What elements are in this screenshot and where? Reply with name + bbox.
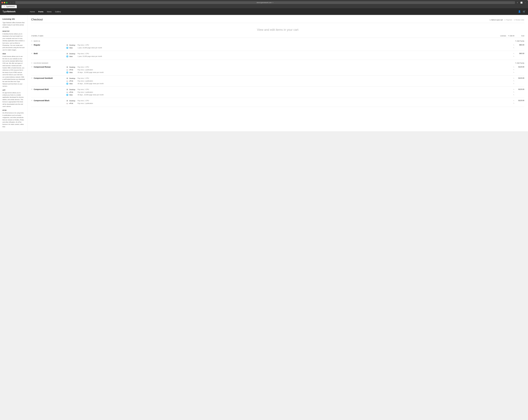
sidebar-section-web-body: A web license allows you to use the font… bbox=[2, 55, 25, 87]
license-desktop-details: Pay once, 1 CPU bbox=[78, 89, 512, 90]
font-compressed-bold-remove[interactable]: ✕ bbox=[31, 88, 33, 90]
license-web-type: Web bbox=[69, 47, 77, 49]
license-epub-details: Pay once, 1 publication bbox=[78, 91, 512, 93]
step-1[interactable]: 1. Items in your cart bbox=[490, 19, 503, 21]
divider bbox=[31, 86, 524, 87]
license-epub-type: ePub bbox=[69, 102, 77, 104]
sidebar-section-epub-body: An ePub license is for using fonts in pu… bbox=[2, 112, 25, 128]
family-marcia-remove[interactable]: ✕ bbox=[31, 40, 33, 42]
user-icon[interactable]: 👤 bbox=[518, 10, 521, 13]
license-desktop-type: Desktop bbox=[69, 100, 77, 102]
step-3[interactable]: 3. Review order bbox=[514, 19, 524, 21]
license-epub-edit[interactable]: ✎ bbox=[513, 103, 514, 104]
main-container: Licensing 101 Type Network offers licens… bbox=[0, 15, 528, 131]
cart-icon[interactable]: 🛒 bbox=[523, 10, 526, 13]
license-epub-edit[interactable]: ✎ bbox=[513, 80, 514, 82]
family-escrow: ✕ ESCROW BANNER ✎ Edit Family ✕ Compress… bbox=[31, 60, 524, 107]
license-desktop-edit[interactable]: ✎ bbox=[513, 66, 514, 68]
step-2[interactable]: 2. Payment bbox=[504, 19, 512, 21]
address-bar[interactable]: store.typenetwork.com ↻ bbox=[15, 1, 515, 4]
license-desktop-edit[interactable]: ✎ bbox=[513, 78, 514, 79]
dot-green[interactable] bbox=[6, 2, 7, 3]
license-desktop-edit[interactable]: ✎ bbox=[513, 100, 514, 102]
license-desktop-details: Pay once, 1 CPU bbox=[78, 66, 512, 68]
license-web-edit[interactable]: ✎ bbox=[513, 47, 514, 49]
license-desktop-details: Pay once, 1 CPU bbox=[78, 77, 512, 79]
divider bbox=[31, 75, 524, 75]
font-compressed-semibold-cost: $120.00 bbox=[514, 77, 524, 79]
forward-button[interactable]: › bbox=[12, 1, 14, 4]
nav-home[interactable]: Home bbox=[30, 11, 35, 13]
family-escrow-edit[interactable]: ✎ Edit Family bbox=[515, 62, 524, 64]
licenses-label: Licenses bbox=[500, 35, 506, 37]
license-desktop-edit[interactable]: ✎ bbox=[513, 89, 514, 90]
cart-summary: 2 families, 6 styles bbox=[31, 35, 500, 37]
license-row: 🌐 Web 30 days , 10,000 page views per mo… bbox=[66, 71, 514, 74]
nav-fonts[interactable]: Fonts bbox=[38, 11, 43, 13]
family-escrow-name: ESCROW BANNER bbox=[34, 62, 515, 64]
font-compressed-black-cost: $120.00 bbox=[514, 99, 524, 101]
font-compressed-bold-cost: $120.00 bbox=[514, 88, 524, 90]
font-regular-licenses: 🖥 Desktop Pay once, 1 CPU ✎ 🌐 Web 1 year… bbox=[66, 44, 514, 49]
license-row: 🌐 Web 1 year, 10,000 page views per mont… bbox=[66, 47, 514, 49]
font-row-compressed-bold: ✕ Compressed Bold 🖥 Desktop Pay once, 1 … bbox=[31, 87, 524, 97]
license-epub-edit[interactable]: ✎ bbox=[513, 91, 514, 93]
license-row: 🌐 Web 30 days , 10,000 page views per mo… bbox=[66, 94, 514, 96]
license-web-edit[interactable]: ✎ bbox=[513, 94, 514, 96]
dot-yellow[interactable] bbox=[4, 2, 5, 3]
family-marcia-edit[interactable]: ✎ Edit Family bbox=[515, 40, 524, 42]
nav-news[interactable]: News bbox=[47, 11, 52, 13]
family-marcia-header: ✕ MARCIA ✎ Edit Family bbox=[31, 38, 524, 43]
font-compressed-semibold-remove[interactable]: ✕ bbox=[31, 77, 33, 79]
license-desktop-edit[interactable]: ✎ bbox=[513, 44, 514, 46]
edit-all-label: Edit All bbox=[510, 35, 514, 37]
sidebar: Licensing 101 Type Network offers licens… bbox=[0, 15, 27, 131]
family-escrow-header: ✕ ESCROW BANNER ✎ Edit Family bbox=[31, 60, 524, 65]
site-logo: TypeNetwork bbox=[2, 10, 30, 13]
checkout-header: Checkout 1. Items in your cart 2. Paymen… bbox=[31, 18, 524, 23]
font-compressed-roman-remove[interactable]: ✕ bbox=[31, 66, 33, 68]
epub-icon: 📖 bbox=[66, 91, 68, 93]
license-row: 🌐 Web 30 days , 10,000 page views per mo… bbox=[66, 82, 514, 85]
license-row: 📖 ePub Pay once, 1 publication ✎ bbox=[66, 91, 514, 94]
license-epub-type: ePub bbox=[69, 80, 77, 82]
license-web-edit[interactable]: ✎ bbox=[513, 72, 514, 73]
web-icon: 🌐 bbox=[66, 47, 68, 49]
license-desktop-type: Desktop bbox=[69, 77, 77, 79]
site-header: TypeNetwork Home Fonts News Gallery 👤 🛒 bbox=[0, 8, 528, 15]
content-area: Checkout 1. Items in your cart 2. Paymen… bbox=[27, 15, 528, 131]
dot-red[interactable] bbox=[1, 2, 3, 3]
back-button[interactable]: ‹ bbox=[10, 1, 12, 4]
license-desktop-details: Pay once, 1 CPU bbox=[78, 44, 512, 46]
font-bold-name: Bold bbox=[34, 52, 66, 55]
font-compressed-semibold-licenses: 🖥 Desktop Pay once, 1 CPU ✎ 📖 ePub Pay o… bbox=[66, 77, 514, 85]
license-web-edit[interactable]: ✎ bbox=[513, 83, 514, 84]
nav-gallery[interactable]: Gallery bbox=[55, 11, 61, 13]
license-epub-edit[interactable]: ✎ bbox=[513, 69, 514, 71]
family-escrow-remove[interactable]: ✕ bbox=[31, 62, 33, 64]
add-tab-button[interactable]: + bbox=[524, 1, 527, 4]
font-bold-remove[interactable]: ✕ bbox=[31, 52, 33, 54]
license-desktop-details: Pay once, 1 CPU bbox=[78, 53, 512, 55]
license-desktop-edit[interactable]: ✎ bbox=[513, 53, 514, 55]
sidebar-title: Licensing 101 bbox=[2, 18, 25, 20]
license-web-edit[interactable]: ✎ bbox=[513, 56, 514, 57]
reload-icon[interactable]: ↻ bbox=[272, 2, 274, 3]
sidebar-toggle[interactable]: ⬜ bbox=[520, 1, 523, 4]
web-icon: 🌐 bbox=[66, 94, 68, 96]
desktop-icon: 🖥 bbox=[66, 66, 68, 68]
tab-favicon: T bbox=[3, 6, 5, 7]
license-desktop-type: Desktop bbox=[69, 89, 77, 90]
site-nav: Home Fonts News Gallery bbox=[30, 11, 518, 13]
license-desktop-type: Desktop bbox=[69, 53, 77, 55]
edit-all-button[interactable]: ✎ Edit All bbox=[508, 35, 514, 37]
font-regular-remove[interactable]: ✕ bbox=[31, 44, 33, 46]
font-compressed-semibold-name: Compressed Semibold bbox=[34, 77, 66, 79]
checkout-title: Checkout bbox=[31, 18, 43, 21]
font-compressed-black-remove[interactable]: ✕ bbox=[31, 99, 33, 101]
cart-table: ✕ MARCIA ✎ Edit Family ✕ Regular 🖥 Deskt… bbox=[31, 38, 524, 107]
active-tab[interactable]: T TypeNetwork bbox=[1, 5, 17, 8]
cart-table-header: 2 families, 6 styles Licenses ✎ Edit All… bbox=[31, 35, 524, 38]
font-compressed-roman-name: Compressed Roman bbox=[34, 66, 66, 68]
share-button[interactable]: ⬆ bbox=[516, 1, 519, 4]
